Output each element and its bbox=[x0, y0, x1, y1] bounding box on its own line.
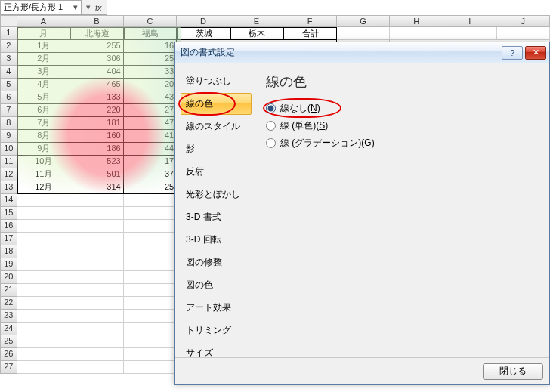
column-header[interactable]: I bbox=[443, 15, 497, 27]
cell[interactable] bbox=[17, 245, 71, 258]
help-button[interactable]: ? bbox=[502, 46, 523, 60]
cell[interactable] bbox=[70, 207, 124, 220]
name-box[interactable]: 正方形/長方形 1 ▾ bbox=[0, 0, 82, 15]
cell[interactable] bbox=[443, 27, 497, 40]
row-header[interactable]: 25 bbox=[0, 335, 17, 348]
cell[interactable] bbox=[124, 323, 178, 335]
cell[interactable]: 181 bbox=[70, 117, 124, 130]
dialog-category[interactable]: 線の色 bbox=[181, 93, 252, 115]
cell[interactable]: 11月 bbox=[17, 168, 71, 181]
chevron-down-icon[interactable]: ▾ bbox=[86, 2, 91, 12]
cell[interactable] bbox=[17, 335, 71, 348]
cell[interactable]: 16 bbox=[124, 40, 178, 53]
cell[interactable] bbox=[124, 258, 178, 271]
cell[interactable] bbox=[70, 194, 124, 207]
cell[interactable] bbox=[17, 258, 71, 271]
select-all-corner[interactable] bbox=[0, 15, 17, 27]
cell[interactable] bbox=[17, 284, 71, 297]
cell[interactable]: 茨城 bbox=[177, 27, 230, 40]
cell[interactable] bbox=[70, 335, 124, 348]
cell[interactable] bbox=[70, 271, 124, 284]
cell[interactable]: 5月 bbox=[17, 91, 71, 104]
cell[interactable]: 12月 bbox=[17, 181, 71, 194]
cell[interactable] bbox=[70, 233, 124, 245]
cell[interactable] bbox=[17, 323, 71, 335]
cell[interactable] bbox=[390, 27, 443, 40]
row-header[interactable]: 12 bbox=[0, 168, 17, 181]
close-button[interactable]: ✕ bbox=[525, 46, 546, 60]
row-header[interactable]: 15 bbox=[0, 207, 17, 220]
cell[interactable]: 501 bbox=[70, 168, 124, 181]
dialog-close-button[interactable]: 閉じる bbox=[483, 363, 543, 380]
cell[interactable] bbox=[124, 194, 178, 207]
cell[interactable] bbox=[70, 323, 124, 335]
fx-icon[interactable]: fx bbox=[95, 3, 102, 12]
cell[interactable]: 9月 bbox=[17, 143, 71, 156]
cell[interactable] bbox=[70, 297, 124, 310]
cell[interactable] bbox=[124, 220, 178, 233]
cell[interactable] bbox=[124, 348, 178, 361]
cell[interactable]: 314 bbox=[70, 181, 124, 194]
line-color-option[interactable]: 線 (単色)(S) bbox=[266, 117, 537, 134]
cell[interactable]: 7月 bbox=[17, 117, 71, 130]
row-header[interactable]: 3 bbox=[0, 53, 17, 66]
cell[interactable]: 220 bbox=[70, 104, 124, 117]
column-header[interactable]: A bbox=[17, 15, 71, 27]
dialog-category[interactable]: 塗りつぶし bbox=[181, 70, 252, 92]
row-header[interactable]: 23 bbox=[0, 310, 17, 323]
cell[interactable]: 255 bbox=[70, 40, 124, 53]
cell[interactable] bbox=[17, 194, 71, 207]
dialog-titlebar[interactable]: 図の書式設定 ? ✕ bbox=[175, 42, 549, 63]
cell[interactable]: 20 bbox=[124, 79, 178, 91]
cell[interactable]: 1月 bbox=[17, 40, 71, 53]
cell[interactable] bbox=[70, 361, 124, 374]
radio-input[interactable] bbox=[266, 103, 276, 113]
cell[interactable]: 4月 bbox=[17, 79, 71, 91]
row-header[interactable]: 14 bbox=[0, 194, 17, 207]
cell[interactable] bbox=[337, 27, 391, 40]
cell[interactable] bbox=[124, 284, 178, 297]
radio-input[interactable] bbox=[266, 121, 276, 131]
cell[interactable] bbox=[124, 207, 178, 220]
row-header[interactable]: 9 bbox=[0, 130, 17, 143]
cell[interactable]: 17 bbox=[124, 156, 178, 168]
cell[interactable] bbox=[124, 297, 178, 310]
column-header[interactable]: G bbox=[337, 15, 391, 27]
cell[interactable]: 523 bbox=[70, 156, 124, 168]
cell[interactable] bbox=[124, 310, 178, 323]
cell[interactable]: 25 bbox=[124, 53, 178, 66]
row-header[interactable]: 17 bbox=[0, 233, 17, 245]
row-header[interactable]: 10 bbox=[0, 143, 17, 156]
row-header[interactable]: 5 bbox=[0, 79, 17, 91]
row-header[interactable]: 22 bbox=[0, 297, 17, 310]
cell[interactable]: 43 bbox=[124, 91, 178, 104]
row-header[interactable]: 19 bbox=[0, 258, 17, 271]
column-header[interactable]: J bbox=[496, 15, 550, 27]
cell[interactable]: 47 bbox=[124, 117, 178, 130]
row-header[interactable]: 1 bbox=[0, 27, 17, 40]
dialog-category[interactable]: 図の修整 bbox=[181, 252, 252, 273]
cell[interactable] bbox=[70, 258, 124, 271]
cell[interactable] bbox=[17, 310, 71, 323]
cell[interactable]: 福島 bbox=[124, 27, 178, 40]
cell[interactable] bbox=[70, 220, 124, 233]
cell[interactable] bbox=[124, 271, 178, 284]
cell[interactable] bbox=[17, 233, 71, 245]
cell[interactable]: 北海道 bbox=[70, 27, 124, 40]
cell[interactable]: 186 bbox=[70, 143, 124, 156]
dialog-category[interactable]: 光彩とぼかし bbox=[181, 184, 252, 205]
row-header[interactable]: 11 bbox=[0, 156, 17, 168]
dialog-category[interactable]: 影 bbox=[181, 138, 252, 160]
cell[interactable]: 8月 bbox=[17, 130, 71, 143]
column-header[interactable]: B bbox=[70, 15, 124, 27]
cell[interactable] bbox=[497, 27, 551, 40]
cell[interactable] bbox=[70, 310, 124, 323]
dialog-category[interactable]: 反射 bbox=[181, 161, 252, 183]
cell[interactable] bbox=[17, 348, 71, 361]
line-color-option[interactable]: 線 (グラデーション)(G) bbox=[266, 134, 537, 152]
cell[interactable]: 160 bbox=[70, 130, 124, 143]
dialog-category[interactable]: 線のスタイル bbox=[181, 116, 252, 137]
row-header[interactable]: 13 bbox=[0, 181, 17, 194]
cell[interactable] bbox=[17, 361, 71, 374]
cell[interactable] bbox=[70, 245, 124, 258]
